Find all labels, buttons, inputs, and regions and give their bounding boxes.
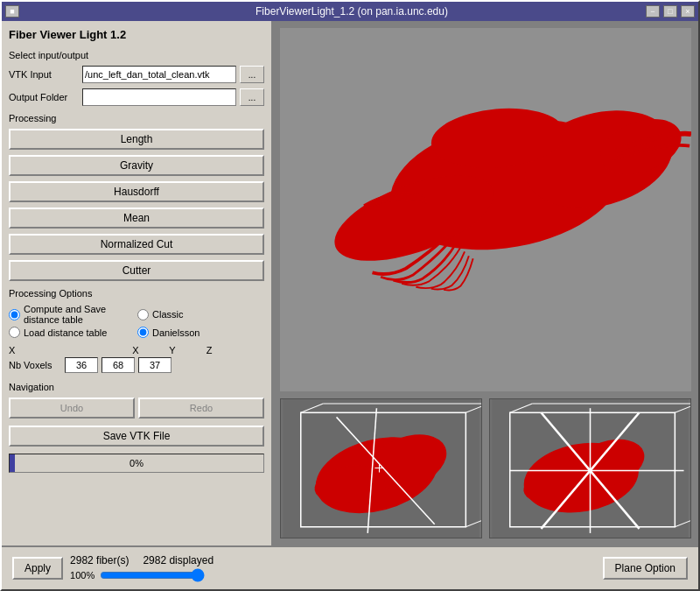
title-bar: ■ FiberViewerLight_1.2 (on pan.ia.unc.ed… <box>2 2 698 21</box>
vtk-input-field[interactable] <box>82 66 236 83</box>
z-voxel-input[interactable] <box>138 357 172 373</box>
displayed-count: 2982 displayed <box>143 554 214 566</box>
x-voxel-input[interactable] <box>65 357 98 373</box>
progress-fill <box>10 454 15 472</box>
normalized-cut-button[interactable]: Normalized Cut <box>9 234 264 255</box>
status-bar: Apply 2982 fiber(s) 2982 displayed 100% … <box>2 545 698 589</box>
window-icon: ■ <box>5 5 19 18</box>
output-folder-field[interactable] <box>82 88 236 106</box>
length-button[interactable]: Length <box>9 129 264 150</box>
compute-radio[interactable] <box>9 309 20 320</box>
y-voxel-input[interactable] <box>102 357 135 373</box>
progress-bar: 0% <box>9 454 264 473</box>
x-label: X <box>9 345 61 355</box>
radio-classic: Classic <box>137 304 264 325</box>
classic-label: Classic <box>152 309 183 320</box>
vtk-input-label: VTK Input <box>9 69 79 80</box>
right-panel <box>273 21 698 545</box>
main-window: ■ FiberViewerLight_1.2 (on pan.ia.unc.ed… <box>0 0 700 591</box>
output-browse-button[interactable]: ... <box>240 88 264 106</box>
bottom-viewports <box>280 398 691 538</box>
sub-viewport-left[interactable] <box>280 398 482 538</box>
navigation-label: Navigation <box>9 382 264 392</box>
processing-options-label: Processing Options <box>9 288 264 299</box>
close-button[interactable]: × <box>681 5 695 18</box>
cutter-button[interactable]: Cutter <box>9 260 264 281</box>
percent-label: 100% <box>70 570 94 580</box>
apply-button[interactable]: Apply <box>12 557 63 580</box>
load-radio[interactable] <box>9 327 20 338</box>
main-viewport[interactable] <box>280 28 691 391</box>
maximize-button[interactable]: □ <box>663 5 677 18</box>
window-title: FiberViewerLight_1.2 (on pan.ia.unc.edu) <box>58 5 646 18</box>
radio-load: Load distance table <box>9 327 136 338</box>
left-panel: Fiber Viewer Light 1.2 Select input/outp… <box>2 21 273 545</box>
nb-voxels-label: Nb Voxels <box>9 360 61 370</box>
radio-compute: Compute and Savedistance table <box>9 304 136 325</box>
radio-group: Compute and Savedistance table Classic L… <box>9 304 264 338</box>
danielsson-label: Danielsson <box>152 327 200 338</box>
save-vtk-button[interactable]: Save VTK File <box>9 426 264 447</box>
danielsson-radio[interactable] <box>137 327 149 338</box>
vtk-input-row: VTK Input ... <box>9 66 264 83</box>
y-header: Y <box>156 345 189 355</box>
undo-button[interactable]: Undo <box>9 398 135 419</box>
load-label: Load distance table <box>24 327 107 338</box>
compute-label: Compute and Savedistance table <box>24 304 106 325</box>
vtk-browse-button[interactable]: ... <box>240 66 264 83</box>
main-3d-view <box>280 28 691 391</box>
processing-label: Processing <box>9 113 264 123</box>
minimize-button[interactable]: − <box>646 5 660 18</box>
hausdorff-button[interactable]: Hausdorff <box>9 181 264 202</box>
nav-row: Undo Redo <box>9 398 264 419</box>
sub-view-right-svg <box>490 399 690 538</box>
radio-danielsson: Danielsson <box>137 327 264 338</box>
mean-button[interactable]: Mean <box>9 208 264 229</box>
classic-radio[interactable] <box>137 309 149 320</box>
output-folder-label: Output Folder <box>9 92 79 102</box>
progress-label: 0% <box>130 458 144 468</box>
x-header: X <box>119 345 152 355</box>
sub-viewport-right[interactable] <box>489 398 691 538</box>
fiber-slider[interactable] <box>100 568 205 582</box>
plane-option-button[interactable]: Plane Option <box>603 557 688 580</box>
output-folder-row: Output Folder ... <box>9 88 264 106</box>
panel-title: Fiber Viewer Light 1.2 <box>9 28 264 41</box>
input-output-label: Select input/output <box>9 50 264 60</box>
fiber-count: 2982 fiber(s) <box>70 554 129 566</box>
redo-button[interactable]: Redo <box>138 398 264 419</box>
gravity-button[interactable]: Gravity <box>9 155 264 176</box>
z-header: Z <box>192 345 226 355</box>
sub-view-left-svg <box>281 399 481 538</box>
